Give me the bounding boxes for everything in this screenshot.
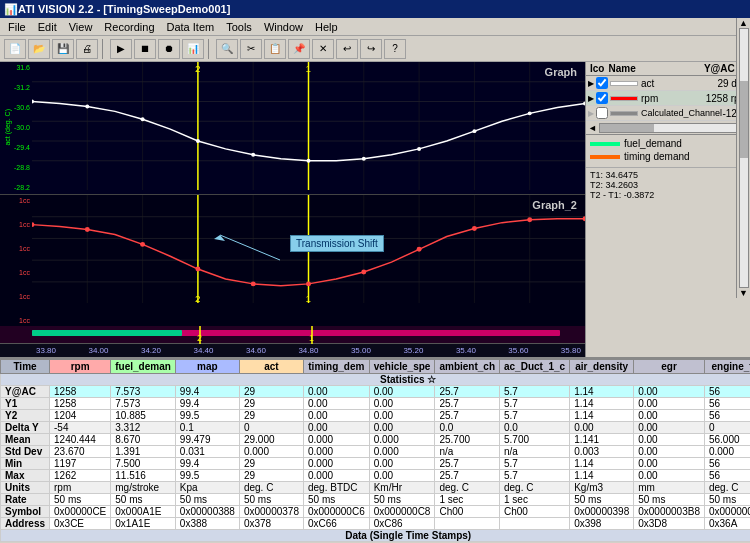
td-units-act: deg. C (239, 482, 303, 494)
td-sd-time: Std Dev (1, 446, 50, 458)
toolbar-btn14[interactable]: ↩ (336, 39, 358, 59)
td-sd-acduct: n/a (500, 446, 570, 458)
toolbar-btn8[interactable]: 📊 (182, 39, 204, 59)
toolbar-btn5[interactable]: ▶ (110, 39, 132, 59)
svg-point-52 (361, 269, 366, 274)
scroll-left-btn[interactable]: ◄ (586, 123, 599, 133)
graph2[interactable]: 1cc 1cc 1cc 1cc 1cc 1cc (0, 195, 585, 327)
td-min-ambient: 25.7 (435, 458, 500, 470)
right-panel-scrollbar[interactable]: ◄ ► (586, 121, 750, 135)
td-sd-rpm: 23.670 (50, 446, 111, 458)
td-y1-acduct: 5.7 (500, 398, 570, 410)
td-sd-map: 0.031 (175, 446, 239, 458)
td-dy-vehicle: 0.00 (369, 422, 435, 434)
legend-check-act[interactable] (596, 77, 608, 89)
x-label-0: 33.80 (36, 346, 56, 355)
legend-name-calc: Calculated_Channel (641, 108, 722, 118)
legend-color-calc (610, 111, 638, 116)
x-label-9: 35.60 (508, 346, 528, 355)
toolbar-help-btn[interactable]: ? (384, 39, 406, 59)
menu-help[interactable]: Help (309, 20, 344, 34)
td-y1-engine: 56 (704, 398, 750, 410)
t2-value: T2: 34.2603 (590, 180, 746, 190)
menu-window[interactable]: Window (258, 20, 309, 34)
vscroll-down-btn[interactable]: ▼ (739, 288, 748, 298)
td-y1-fuel: 7.573 (111, 398, 176, 410)
toolbar-btn13[interactable]: ✕ (312, 39, 334, 59)
menu-file[interactable]: File (2, 20, 32, 34)
td-rate-engine: 50 ms (704, 494, 750, 506)
right-panel: Ico Name Y@AC U ▶ act 29 deg ▶ rpm 1258 … (585, 62, 750, 357)
td-min-act: 29 (239, 458, 303, 470)
td-d1-airdensity: 1.14 (570, 542, 634, 543)
right-panel-header: Ico Name Y@AC U (586, 62, 750, 76)
toolbar-btn10[interactable]: ✂ (240, 39, 262, 59)
td-y2-engine: 56 (704, 410, 750, 422)
td-y2-ambient: 25.7 (435, 410, 500, 422)
toolbar-btn9[interactable]: 🔍 (216, 39, 238, 59)
th-time: Time (1, 360, 50, 374)
menu-dataitem[interactable]: Data Item (161, 20, 221, 34)
toolbar-new-btn[interactable]: 📄 (4, 39, 26, 59)
svg-text:2: 2 (195, 63, 200, 74)
legend-fuel-demand: fuel_demand (590, 138, 746, 149)
td-sd-timing: 0.000 (303, 446, 369, 458)
toolbar-btn11[interactable]: 📋 (264, 39, 286, 59)
legend-check-rpm[interactable] (596, 92, 608, 104)
x-label-3: 34.40 (193, 346, 213, 355)
data-table-scroll[interactable]: Time rpm fuel_deman map act timing_dem v… (0, 359, 750, 542)
legend-check-calc[interactable] (596, 107, 608, 119)
legend-row-rpm[interactable]: ▶ rpm 1258 rpm (586, 91, 750, 106)
legend-fuel-label: fuel_demand (624, 138, 682, 149)
x-label-4: 34.60 (246, 346, 266, 355)
x-label-5: 34.80 (298, 346, 318, 355)
td-y2-map: 99.5 (175, 410, 239, 422)
td-yac-ambient: 25.7 (435, 386, 500, 398)
table-row-y2: Y2 1204 10.885 99.5 29 0.00 0.00 25.7 5.… (1, 410, 751, 422)
right-panel-vscroll[interactable]: ▲ ▼ (736, 62, 750, 298)
svg-point-27 (528, 111, 532, 115)
t-values-display: T1: 34.6475 T2: 34.2603 T2 - T1: -0.3872 (586, 167, 750, 202)
td-max-engine: 56 (704, 470, 750, 482)
data-header-row: Data (Single Time Stamps) (1, 530, 751, 542)
toolbar-btn12[interactable]: 📌 (288, 39, 310, 59)
menu-tools[interactable]: Tools (220, 20, 258, 34)
td-d1-vehicle: 0.00 (369, 542, 435, 543)
td-max-timing: 0.000 (303, 470, 369, 482)
toolbar-btn15[interactable]: ↪ (360, 39, 382, 59)
td-sym-vehicle: 0x000000C8 (369, 506, 435, 518)
svg-text:2: 2 (195, 292, 200, 303)
data-table: Time rpm fuel_deman map act timing_dem v… (0, 359, 750, 542)
legend-row-calc[interactable]: ▶ Calculated_Channel -1229 (586, 106, 750, 121)
td-units-map: Kpa (175, 482, 239, 494)
toolbar-open-btn[interactable]: 📂 (28, 39, 50, 59)
menu-view[interactable]: View (63, 20, 99, 34)
td-dy-egr: 0.00 (634, 422, 705, 434)
td-max-act: 29 (239, 470, 303, 482)
table-row-address: Address 0x3CE 0x1A1E 0x388 0x378 0xC66 0… (1, 518, 751, 530)
menu-recording[interactable]: Recording (98, 20, 160, 34)
svg-text:1: 1 (306, 63, 311, 74)
toolbar-print-btn[interactable]: 🖨 (76, 39, 98, 59)
td-y1-act: 29 (239, 398, 303, 410)
toolbar-save-btn[interactable]: 💾 (52, 39, 74, 59)
th-act: act (239, 360, 303, 374)
title-bar: 📊 ATI VISION 2.2 - [TimingSweepDemo001] (0, 0, 750, 18)
td-sym-rpm: 0x00000CE (50, 506, 111, 518)
legend-row-act[interactable]: ▶ act 29 deg (586, 76, 750, 91)
td-max-egr: 0.00 (634, 470, 705, 482)
td-addr-ambient (435, 518, 500, 530)
toolbar-btn6[interactable]: ⏹ (134, 39, 156, 59)
td-units-ambient: deg. C (435, 482, 500, 494)
td-mean-engine: 56.000 (704, 434, 750, 446)
svg-point-23 (307, 159, 311, 163)
legend-color-act (610, 81, 638, 86)
scroll-track-h (599, 123, 737, 133)
toolbar-btn7[interactable]: ⏺ (158, 39, 180, 59)
graph1[interactable]: 31.6 -31.2 -30.6 -30.0 -29.4 -28.8 -28.2… (0, 62, 585, 195)
th-egr: egr (634, 360, 705, 374)
td-dy-map: 0.1 (175, 422, 239, 434)
td-y1-time: Y1 (1, 398, 50, 410)
td-addr-engine: 0x36A (704, 518, 750, 530)
menu-edit[interactable]: Edit (32, 20, 63, 34)
